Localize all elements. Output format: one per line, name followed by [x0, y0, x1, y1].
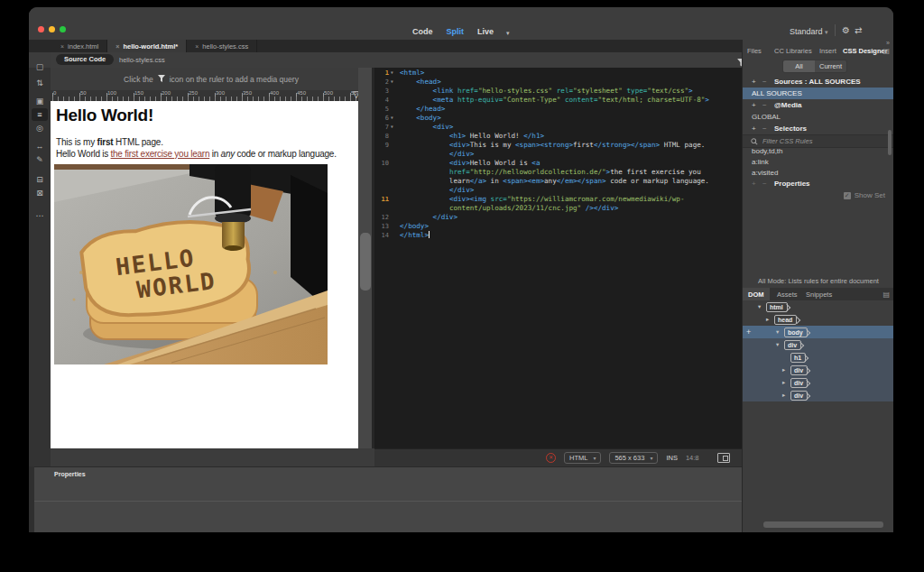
- close-window-button[interactable]: [38, 26, 44, 32]
- expand-node-icon[interactable]: ▸: [782, 366, 785, 374]
- apply-comment-icon[interactable]: ⊠: [29, 187, 51, 199]
- remove-selector-button[interactable]: −: [762, 125, 767, 133]
- fold-arrow-icon[interactable]: ▼: [391, 123, 393, 132]
- fold-arrow-icon[interactable]: ▼: [391, 114, 393, 123]
- maximize-window-button[interactable]: [60, 26, 66, 32]
- tab-snippets[interactable]: Snippets: [806, 291, 832, 299]
- panel-menu-icon[interactable]: ▤: [882, 47, 890, 55]
- dom-tag-pill[interactable]: body: [784, 328, 808, 337]
- add-media-button[interactable]: +: [752, 101, 756, 109]
- gear-icon[interactable]: ⚙: [842, 25, 850, 35]
- css-selector-body-td-th[interactable]: body,td,th: [743, 146, 893, 157]
- source-all-sources[interactable]: ALL SOURCES: [743, 88, 893, 99]
- collapse-node-icon[interactable]: ▾: [776, 341, 779, 348]
- live-dropdown-caret-icon[interactable]: ▾: [506, 30, 510, 37]
- remove-source-button[interactable]: −: [762, 78, 767, 86]
- tab-dom[interactable]: DOM: [748, 291, 764, 299]
- close-tab-icon[interactable]: ×: [116, 43, 119, 50]
- live-view-page[interactable]: Hello World! This is my first HTML page.…: [51, 101, 358, 448]
- dom-node-div[interactable]: ▸div: [743, 364, 893, 376]
- code-line: 11 <div><img src="https://williamcromar.…: [374, 195, 742, 204]
- code-editor[interactable]: 1▼<html>2▼ <head>3 <link href="hello-sty…: [374, 68, 742, 448]
- css-selector-a-link[interactable]: a:link: [743, 157, 893, 168]
- dom-panel-menu-icon[interactable]: ▤: [882, 291, 890, 299]
- view-mode-live[interactable]: Live: [477, 27, 494, 36]
- code-line: 14</html>: [374, 231, 742, 240]
- insert-mode-indicator: INS: [666, 454, 678, 462]
- related-file-hello-styles[interactable]: hello-styles.css: [119, 56, 165, 64]
- window-size-dropdown[interactable]: 565 x 633▾: [609, 452, 658, 464]
- dom-node-div[interactable]: ▾div: [743, 338, 893, 351]
- add-selector-button[interactable]: +: [752, 125, 756, 133]
- live-code-icon[interactable]: ▣: [29, 95, 51, 107]
- format-source-icon[interactable]: ≡: [32, 108, 48, 121]
- sync-icon[interactable]: ⇄: [855, 25, 862, 35]
- tab-css-designer[interactable]: CSS Designer: [843, 47, 888, 55]
- document-tab-hello-styles-css[interactable]: ×hello-styles.css: [187, 40, 257, 52]
- dom-tag-pill[interactable]: html: [766, 302, 788, 312]
- dom-tag-pill[interactable]: div: [790, 378, 808, 388]
- tab-insert[interactable]: Insert: [819, 47, 836, 55]
- dom-node-div[interactable]: ▸div: [743, 389, 893, 401]
- dom-tag-pill[interactable]: div: [784, 340, 801, 350]
- selector-scrollbar-thumb[interactable]: [888, 130, 892, 155]
- tab-files[interactable]: Files: [747, 47, 762, 55]
- expand-node-icon[interactable]: ▸: [782, 379, 785, 386]
- expand-node-icon[interactable]: ▸: [782, 392, 785, 399]
- dom-tag-pill[interactable]: h1: [790, 353, 806, 363]
- preview-in-browser-icon[interactable]: [717, 453, 730, 463]
- line-number: 6: [374, 114, 389, 123]
- code-line: learn</a> in <span><em>any</em></span> c…: [374, 177, 742, 186]
- document-tab-index-html[interactable]: ×index.html: [52, 40, 107, 52]
- dom-node-div[interactable]: ▸div: [743, 376, 893, 389]
- media-global[interactable]: GLOBAL: [743, 111, 893, 123]
- add-property-button[interactable]: +: [752, 180, 756, 188]
- comments-icon[interactable]: ⊟: [29, 173, 51, 186]
- workspace-selector[interactable]: Standard ▾: [790, 27, 828, 36]
- edit-tools-icon[interactable]: ✎: [29, 153, 51, 166]
- add-source-button[interactable]: +: [752, 78, 756, 86]
- source-code-button[interactable]: Source Code: [56, 54, 114, 65]
- all-mode-button[interactable]: All: [783, 60, 815, 72]
- code-status-bar: ✕ HTML▾ 565 x 633▾ INS 14:8: [374, 448, 742, 466]
- minimize-window-button[interactable]: [49, 26, 55, 32]
- close-tab-icon[interactable]: ×: [195, 43, 199, 50]
- error-badge-icon[interactable]: ✕: [546, 453, 556, 463]
- resize-constraints-icon[interactable]: ↔: [29, 140, 51, 152]
- view-mode-code[interactable]: Code: [412, 27, 433, 36]
- dom-node-html[interactable]: ▾html: [743, 300, 893, 313]
- dom-node-h1[interactable]: h1: [743, 351, 893, 364]
- remove-media-button[interactable]: −: [762, 101, 767, 109]
- expand-node-icon[interactable]: ▸: [766, 316, 769, 323]
- design-scrollbar-thumb[interactable]: [360, 233, 371, 291]
- dom-tag-pill[interactable]: div: [790, 391, 808, 401]
- design-scrollbar-track[interactable]: [358, 68, 372, 448]
- open-documents-icon[interactable]: ▢: [29, 60, 51, 73]
- fold-arrow-icon[interactable]: ▼: [391, 69, 393, 78]
- tab-assets[interactable]: Assets: [777, 291, 798, 299]
- live-view-options-icon[interactable]: ◎: [29, 122, 51, 134]
- file-management-icon[interactable]: ⇅: [29, 77, 51, 89]
- view-mode-split[interactable]: Split: [447, 27, 465, 36]
- document-tab-hello-world-html-[interactable]: ×hello-world.html*: [107, 40, 187, 52]
- tab-cc-libraries[interactable]: CC Libraries: [774, 47, 812, 55]
- collapse-node-icon[interactable]: ▾: [776, 328, 779, 336]
- add-element-icon[interactable]: +: [746, 328, 751, 337]
- dom-node-head[interactable]: ▸head: [743, 313, 893, 326]
- doctype-dropdown[interactable]: HTML▾: [564, 452, 601, 464]
- panel-horizontal-scrollbar-thumb[interactable]: [763, 521, 883, 528]
- collapse-node-icon[interactable]: ▾: [758, 303, 761, 310]
- remove-property-button[interactable]: −: [762, 180, 767, 188]
- sources-section-header: + − Sources : ALL SOURCES: [743, 76, 893, 88]
- preview-link[interactable]: the first exercise you learn: [111, 149, 210, 159]
- dom-tag-pill[interactable]: head: [774, 315, 797, 325]
- show-set-checkbox[interactable]: ✓ Show Set: [844, 191, 885, 199]
- close-tab-icon[interactable]: ×: [60, 43, 64, 50]
- css-selector-a-visited[interactable]: a:visited: [743, 168, 893, 176]
- horizontal-ruler[interactable]: ▽ 050100150200250300350400450500550: [51, 90, 372, 101]
- dom-tag-pill[interactable]: div: [790, 365, 808, 375]
- current-mode-button[interactable]: Current: [815, 60, 846, 72]
- fold-arrow-icon[interactable]: ▼: [391, 78, 393, 87]
- dom-node-body[interactable]: +▾body: [743, 326, 893, 338]
- more-options-icon[interactable]: ⋯: [29, 209, 51, 222]
